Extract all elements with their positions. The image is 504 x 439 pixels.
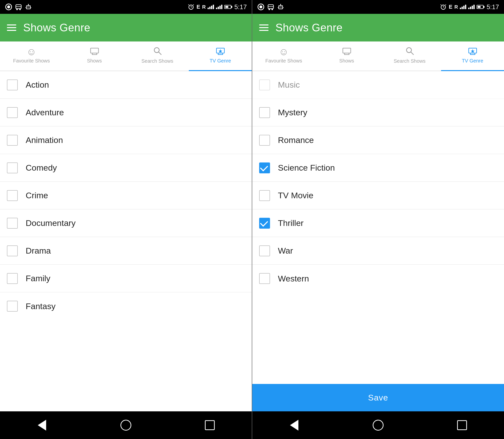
shows-icon-r — [342, 47, 351, 57]
tvgenre-label-left: TV Genre — [210, 58, 231, 64]
tab-bar-left: ☺ Favourite Shows Shows — [0, 41, 252, 71]
left-phone: E R — [0, 0, 252, 439]
tab-search-right[interactable]: Search Shows — [378, 41, 441, 71]
svg-rect-8 — [29, 7, 29, 7]
label-fantasy: Fantasy — [26, 301, 56, 311]
signal-bar-r2 — [468, 5, 475, 9]
tv-star-icon-r — [468, 47, 477, 55]
home-button-left[interactable] — [116, 415, 136, 435]
svg-marker-25 — [218, 49, 222, 53]
checkbox-animation[interactable] — [7, 135, 18, 146]
recents-icon-left — [205, 420, 215, 430]
genre-item-romance[interactable]: Romance — [252, 126, 504, 154]
genre-item-tvmovie[interactable]: TV Movie — [252, 182, 504, 209]
tab-favourite-right[interactable]: ☺ Favourite Shows — [252, 41, 315, 71]
svg-rect-47 — [343, 48, 351, 53]
checkbox-crime[interactable] — [7, 190, 18, 201]
genre-item-scifi[interactable]: Science Fiction — [252, 154, 504, 182]
svg-line-46 — [445, 4, 446, 5]
battery-icon-r — [477, 5, 484, 9]
save-button[interactable]: Save — [252, 384, 504, 411]
app-bar-right: Shows Genre — [252, 14, 504, 41]
checkbox-mystery[interactable] — [259, 107, 270, 118]
checkbox-adventure[interactable] — [7, 107, 18, 118]
shows-icon — [90, 47, 99, 57]
genre-list-left: Action Adventure Animation Comedy Crime … — [0, 71, 252, 411]
record-icon-r — [257, 3, 265, 11]
genre-item-adventure[interactable]: Adventure — [0, 99, 252, 126]
recents-button-left[interactable] — [200, 415, 220, 435]
record-icon — [5, 3, 12, 11]
home-button-right[interactable] — [368, 415, 388, 435]
shows-label-r: Shows — [339, 58, 354, 64]
signal-bar-1 — [208, 5, 214, 9]
genre-item-mystery[interactable]: Mystery — [252, 99, 504, 126]
checkbox-comedy[interactable] — [7, 162, 18, 173]
checkbox-western[interactable] — [259, 273, 270, 284]
tv-icon — [90, 47, 99, 55]
genre-item-western[interactable]: Western — [252, 265, 504, 292]
alarm-icon — [188, 3, 194, 10]
hamburger-menu[interactable] — [7, 24, 16, 31]
label-western: Western — [278, 274, 309, 283]
checkbox-family[interactable] — [7, 273, 18, 284]
checkbox-action[interactable] — [7, 80, 18, 90]
hamburger-menu-r[interactable] — [259, 24, 269, 31]
label-comedy: Comedy — [26, 163, 57, 173]
tab-shows-left[interactable]: Shows — [63, 41, 126, 71]
genre-item-music[interactable]: Music — [252, 71, 504, 99]
tvgenre-icon-left — [216, 47, 225, 57]
checkbox-war[interactable] — [259, 245, 270, 256]
svg-point-32 — [269, 9, 270, 10]
genre-item-action[interactable]: Action — [0, 71, 252, 99]
svg-point-4 — [19, 9, 21, 10]
label-mystery: Mystery — [278, 108, 307, 117]
genre-item-drama[interactable]: Drama — [0, 237, 252, 265]
genre-item-war[interactable]: War — [252, 237, 504, 265]
label-romance: Romance — [278, 135, 314, 145]
app-bar-left: Shows Genre — [0, 14, 252, 41]
back-icon-right — [290, 420, 298, 431]
right-phone: E R 5:1 — [252, 0, 504, 439]
genre-item-crime[interactable]: Crime — [0, 182, 252, 209]
back-button-right[interactable] — [284, 415, 304, 435]
time-display: 5:17 — [234, 3, 247, 11]
checkbox-tvmovie[interactable] — [259, 190, 270, 201]
e-indicator: E — [196, 4, 200, 10]
checkbox-romance[interactable] — [259, 135, 270, 146]
checkbox-drama[interactable] — [7, 245, 18, 256]
genre-item-animation[interactable]: Animation — [0, 126, 252, 154]
shows-label: Shows — [87, 58, 102, 64]
genre-item-comedy[interactable]: Comedy — [0, 154, 252, 182]
tab-search-left[interactable]: Search Shows — [126, 41, 189, 71]
checkbox-music[interactable] — [259, 80, 270, 90]
tvgenre-icon-right — [468, 47, 477, 57]
tab-favourite-left[interactable]: ☺ Favourite Shows — [0, 41, 63, 71]
svg-line-52 — [411, 52, 413, 55]
robot-icon-r — [277, 3, 284, 11]
checkbox-documentary[interactable] — [7, 218, 18, 229]
search-icon-left — [153, 46, 162, 57]
genre-item-documentary[interactable]: Documentary — [0, 209, 252, 237]
svg-rect-35 — [279, 6, 283, 9]
checkbox-scifi[interactable] — [259, 162, 270, 173]
status-bar-right-icons: E R — [188, 3, 247, 11]
back-button-left[interactable] — [32, 415, 52, 435]
checkbox-thriller[interactable] — [259, 218, 270, 229]
tab-tvgenre-right[interactable]: TV Genre — [441, 41, 504, 71]
checkbox-fantasy[interactable] — [7, 301, 18, 312]
label-scifi: Science Fiction — [278, 163, 335, 173]
svg-rect-7 — [27, 7, 28, 7]
bottom-nav-right — [252, 411, 504, 439]
tab-shows-right[interactable]: Shows — [315, 41, 378, 71]
recents-button-right[interactable] — [452, 415, 472, 435]
tvgenre-label-right: TV Genre — [462, 58, 483, 64]
svg-line-17 — [193, 4, 194, 5]
svg-rect-6 — [26, 6, 30, 9]
bus-icon — [15, 3, 22, 11]
genre-item-fantasy[interactable]: Fantasy — [0, 292, 252, 320]
tab-tvgenre-left[interactable]: TV Genre — [189, 41, 252, 71]
genre-item-family[interactable]: Family — [0, 265, 252, 292]
genre-item-thriller[interactable]: Thriller — [252, 209, 504, 237]
r-indicator-r: R — [454, 4, 458, 10]
